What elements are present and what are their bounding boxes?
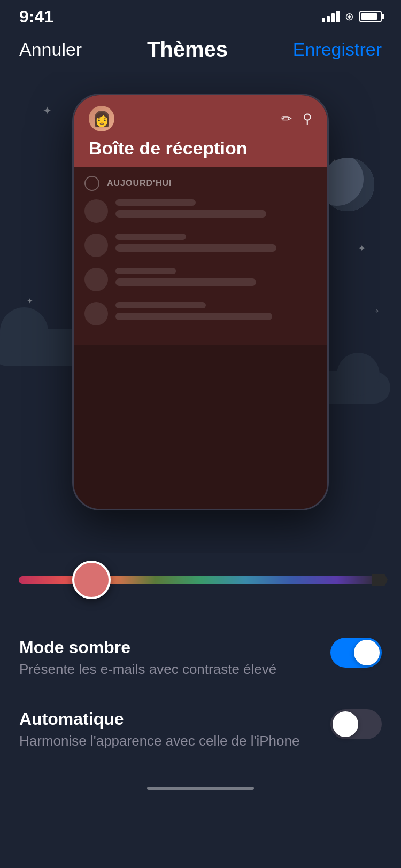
main-content: ✦ ✧ ✦ ✦ ✧ 👩 ✏ ⚲ B bbox=[0, 72, 401, 806]
automatic-setting: Automatique Harmonise l'apparence avec c… bbox=[19, 694, 382, 765]
dark-mode-title: Mode sombre bbox=[19, 638, 320, 657]
cancel-button[interactable]: Annuler bbox=[19, 39, 82, 60]
list-item bbox=[84, 268, 317, 291]
color-slider-section bbox=[0, 542, 401, 612]
toggle-thumb bbox=[354, 640, 380, 665]
dark-mode-toggle[interactable] bbox=[330, 638, 382, 668]
email-sender bbox=[115, 199, 196, 206]
dark-mode-row: Mode sombre Présente les e-mails avec co… bbox=[19, 638, 382, 679]
email-avatar bbox=[84, 268, 108, 291]
inbox-title: Boîte de réception bbox=[89, 138, 312, 159]
star-icon: ✧ bbox=[374, 307, 380, 315]
status-icons: ⊛ bbox=[322, 10, 382, 23]
automatic-description: Harmonise l'apparence avec celle de l'iP… bbox=[19, 732, 320, 750]
phone-header-top: 👩 ✏ ⚲ bbox=[89, 106, 312, 131]
nav-header: Annuler Thèmes Enregistrer bbox=[0, 29, 401, 72]
email-subject bbox=[115, 278, 256, 286]
section-circle bbox=[84, 176, 99, 191]
pencil-icon: ✏ bbox=[281, 111, 292, 126]
signal-icon bbox=[322, 11, 340, 22]
star-icon: ✦ bbox=[27, 297, 33, 305]
save-button[interactable]: Enregistrer bbox=[293, 39, 382, 60]
dark-mode-setting: Mode sombre Présente les e-mails avec co… bbox=[19, 623, 382, 694]
color-track[interactable] bbox=[19, 576, 382, 584]
wifi-icon: ⊛ bbox=[345, 10, 354, 23]
page-title: Thèmes bbox=[147, 37, 228, 61]
home-indicator bbox=[147, 787, 254, 790]
section-text: AUJOURD'HUI bbox=[107, 179, 172, 188]
automatic-text: Automatique Harmonise l'apparence avec c… bbox=[19, 709, 330, 750]
section-label: AUJOURD'HUI bbox=[84, 176, 317, 191]
moon-decoration bbox=[321, 158, 374, 211]
email-content bbox=[115, 199, 317, 218]
email-avatar bbox=[84, 234, 108, 257]
toggle-thumb bbox=[333, 711, 358, 737]
email-subject bbox=[115, 313, 272, 320]
email-content bbox=[115, 268, 317, 286]
list-item bbox=[84, 199, 317, 223]
phone-header: 👩 ✏ ⚲ Boîte de réception bbox=[74, 95, 327, 167]
automatic-title: Automatique bbox=[19, 709, 320, 729]
email-subject bbox=[115, 210, 266, 218]
star-icon: ✦ bbox=[358, 243, 365, 253]
color-slider-container[interactable] bbox=[19, 553, 382, 607]
email-sender bbox=[115, 302, 206, 308]
night-scene: ✦ ✧ ✦ ✦ ✧ 👩 ✏ ⚲ B bbox=[0, 72, 401, 553]
phone-preview: 👩 ✏ ⚲ Boîte de réception AUJOURD'HUI bbox=[72, 94, 329, 510]
email-content bbox=[115, 302, 317, 320]
status-bar: 9:41 ⊛ bbox=[0, 0, 401, 29]
automatic-toggle[interactable] bbox=[330, 709, 382, 739]
dark-mode-description: Présente les e-mails avec contraste élev… bbox=[19, 661, 320, 679]
email-sender bbox=[115, 268, 176, 274]
status-time: 9:41 bbox=[19, 7, 53, 27]
dark-mode-text: Mode sombre Présente les e-mails avec co… bbox=[19, 638, 330, 679]
email-avatar bbox=[84, 302, 108, 326]
phone-header-icons: ✏ ⚲ bbox=[281, 111, 312, 126]
avatar: 👩 bbox=[89, 106, 114, 131]
email-list: AUJOURD'HUI bbox=[74, 167, 327, 345]
email-sender bbox=[115, 234, 186, 240]
phone-side-button bbox=[327, 202, 329, 245]
slider-thumb[interactable] bbox=[72, 561, 111, 599]
email-content bbox=[115, 234, 317, 252]
slider-end-cap bbox=[372, 574, 388, 586]
settings-section: Mode sombre Présente les e-mails avec co… bbox=[0, 612, 401, 776]
list-item bbox=[84, 302, 317, 326]
star-icon: ✦ bbox=[43, 104, 52, 117]
search-icon: ⚲ bbox=[303, 111, 312, 126]
battery-icon bbox=[359, 11, 382, 22]
email-subject bbox=[115, 244, 276, 252]
automatic-row: Automatique Harmonise l'apparence avec c… bbox=[19, 709, 382, 750]
list-item bbox=[84, 234, 317, 257]
email-avatar bbox=[84, 199, 108, 223]
